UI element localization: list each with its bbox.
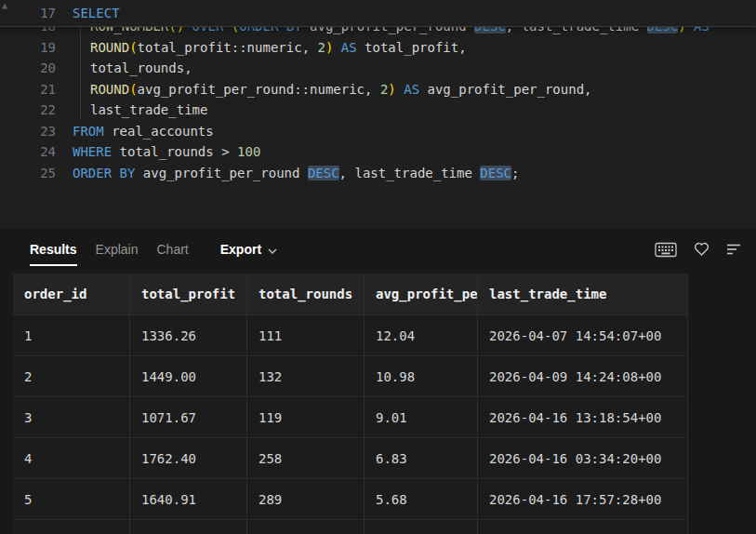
cell[interactable]: 9.01: [365, 397, 478, 437]
code-token: ROUND: [90, 82, 129, 97]
column-header-total-rounds[interactable]: total_rounds: [247, 274, 365, 314]
code-line[interactable]: 22last_trade_time: [0, 100, 756, 121]
code-line[interactable]: 19ROUND(total_profit::numeric, 2) AS tot…: [0, 37, 756, 59]
cell[interactable]: 111: [247, 315, 365, 355]
code-token: AS: [341, 40, 357, 55]
code-text: FROM real_accounts: [73, 121, 214, 142]
code-token: ,: [302, 40, 318, 55]
cell: [13, 520, 130, 534]
line-number: 17: [0, 3, 58, 24]
cell[interactable]: 258: [247, 438, 365, 478]
scroll-up-icon[interactable]: ▲: [2, 0, 7, 10]
cell[interactable]: 1449.00: [130, 356, 247, 396]
cell[interactable]: 6.83: [365, 438, 478, 478]
code-token: total_profit,: [357, 40, 467, 55]
line-number: 24: [0, 141, 58, 163]
sql-editor[interactable]: 18ROW_NUMBER() OVER (ORDER BY avg_profit…: [0, 0, 756, 229]
code-text: ROUND(total_profit::numeric, 2) AS total…: [73, 37, 467, 59]
table-row: 21449.0013210.982026-04-09 14:24:08+00: [13, 355, 688, 396]
cell[interactable]: 2026-04-07 14:54:07+00: [478, 315, 688, 355]
cell[interactable]: 1762.40: [130, 438, 247, 478]
cell[interactable]: 4: [13, 438, 130, 478]
indent-guide: [80, 27, 81, 120]
table-row: 11336.2611112.042026-04-07 14:54:07+00: [13, 314, 688, 355]
column-header-avg-profit-per-round[interactable]: avg_profit_per_round: [365, 274, 478, 314]
cell[interactable]: 1640.91: [130, 479, 247, 519]
code-token: SELECT: [73, 6, 120, 20]
export-label: Export: [220, 242, 261, 257]
table-header: order_idtotal_profittotal_roundsavg_prof…: [13, 274, 688, 314]
code-token: ,: [365, 82, 380, 97]
code-text: SELECT: [73, 3, 120, 24]
line-number: 25: [0, 163, 58, 184]
cell: [478, 520, 688, 534]
cell[interactable]: 1: [13, 315, 130, 355]
table-body: 11336.2611112.042026-04-07 14:54:07+0021…: [13, 314, 688, 534]
table-row: 51640.912895.682026-04-16 17:57:28+00: [13, 478, 688, 519]
code-line[interactable]: 21ROUND(avg_profit_per_round::numeric, 2…: [0, 79, 756, 100]
column-header-order-id[interactable]: order_id: [13, 274, 130, 314]
export-button[interactable]: Export: [220, 242, 277, 257]
code-token: total_rounds,: [90, 60, 192, 75]
cell[interactable]: 2: [13, 356, 130, 396]
code-token: [396, 82, 404, 97]
line-number: 22: [0, 100, 58, 121]
cell[interactable]: 289: [247, 479, 365, 519]
code-text: WHERE total_rounds > 100: [73, 141, 260, 163]
cell[interactable]: 2026-04-16 13:18:54+00: [478, 397, 688, 437]
cell: [130, 520, 247, 534]
tab-chart[interactable]: Chart: [157, 229, 189, 270]
cell[interactable]: 5.68: [365, 479, 478, 519]
cell[interactable]: 1336.26: [130, 315, 247, 355]
code-token: total_rounds: [112, 144, 221, 159]
code-token: ROUND: [90, 40, 129, 55]
tab-results[interactable]: Results: [30, 229, 77, 270]
column-header-last-trade-time[interactable]: last_trade_time: [478, 274, 688, 314]
cell[interactable]: 5: [13, 479, 130, 519]
cell[interactable]: 2026-04-09 14:24:08+00: [478, 356, 688, 396]
code-token: ORDER BY: [73, 166, 135, 180]
results-tabbar: ResultsExplainChart Export: [0, 229, 756, 270]
code-line[interactable]: 24WHERE total_rounds > 100: [0, 141, 756, 163]
code-token: WHERE: [73, 144, 112, 159]
results-panel: ResultsExplainChart Export: [0, 229, 756, 534]
code-token: total_profit: [138, 40, 232, 55]
column-header-total-profit[interactable]: total_profit: [130, 274, 247, 314]
code-token: ): [388, 82, 395, 97]
cell[interactable]: 2026-04-16 03:34:20+00: [478, 438, 688, 478]
cell[interactable]: 10.98: [365, 356, 478, 396]
code-token: real_accounts: [104, 124, 214, 139]
code-text: total_rounds,: [73, 58, 192, 79]
code-token: AS: [404, 82, 419, 97]
table-row: 31071.671199.012026-04-16 13:18:54+00: [13, 396, 688, 437]
code-token: DESC: [308, 166, 339, 180]
code-token: last_trade_time: [90, 102, 207, 117]
cell[interactable]: 132: [247, 356, 365, 396]
cell[interactable]: 1071.67: [130, 397, 247, 437]
cell[interactable]: 12.04: [365, 315, 478, 355]
code-line[interactable]: 25ORDER BY avg_profit_per_round DESC, la…: [0, 163, 756, 184]
code-token: >: [221, 144, 237, 159]
table-row-partial: [13, 519, 688, 534]
tab-explain[interactable]: Explain: [96, 229, 139, 270]
code-line[interactable]: 20total_rounds,: [0, 58, 756, 79]
code-token: numeric: [310, 82, 365, 97]
keyboard-icon[interactable]: [655, 242, 677, 258]
cell: [247, 520, 365, 534]
results-table: order_idtotal_profittotal_roundsavg_prof…: [13, 274, 688, 534]
menu-icon[interactable]: [726, 242, 741, 257]
cell[interactable]: 3: [13, 397, 130, 437]
line-number: 19: [0, 37, 58, 59]
cell[interactable]: 119: [247, 397, 365, 437]
sticky-line: 17SELECT: [0, 0, 756, 27]
code-token: FROM: [73, 124, 104, 139]
favorite-heart-icon[interactable]: [694, 242, 710, 257]
code-text: last_trade_time: [73, 100, 207, 121]
code-token: DESC: [480, 166, 511, 180]
cell: [365, 520, 478, 534]
code-token: ::: [232, 40, 247, 55]
code-token: 100: [237, 144, 260, 159]
code-line[interactable]: 23FROM real_accounts: [0, 121, 756, 142]
cell[interactable]: 2026-04-16 17:57:28+00: [478, 479, 688, 519]
chevron-down-icon: [268, 242, 277, 257]
